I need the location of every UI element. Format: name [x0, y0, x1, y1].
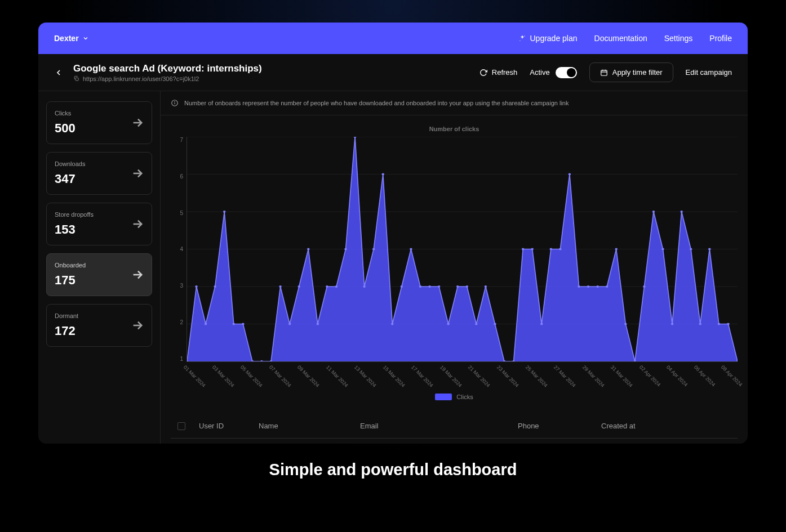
table-row[interactable]: 310 Mia Anderson mia.anderson@gmail.com … — [171, 439, 738, 444]
svg-point-34 — [297, 285, 300, 288]
svg-rect-3 — [601, 70, 607, 75]
plot-region — [186, 137, 738, 362]
x-tick: 15 Mar 2024 — [382, 364, 406, 388]
chevron-down-icon — [82, 35, 89, 42]
svg-point-33 — [288, 323, 291, 325]
svg-point-42 — [372, 248, 375, 251]
brand-dropdown[interactable]: Dexter — [54, 34, 89, 43]
apply-time-filter-button[interactable]: Apply time filter — [589, 62, 673, 82]
sparkle-icon — [518, 34, 526, 42]
svg-point-58 — [522, 248, 524, 251]
svg-point-60 — [540, 323, 543, 325]
stat-label: Onboarded — [55, 262, 144, 269]
edit-campaign-link[interactable]: Edit campaign — [686, 68, 732, 77]
select-all-checkbox[interactable] — [177, 422, 185, 430]
svg-point-53 — [475, 323, 477, 325]
y-tick: 4 — [180, 246, 183, 252]
chart-svg — [187, 137, 738, 361]
chart-legend: Clicks — [171, 394, 738, 400]
refresh-icon — [479, 69, 487, 77]
refresh-label: Refresh — [492, 68, 518, 77]
arrow-right-icon — [131, 167, 144, 180]
svg-point-38 — [335, 285, 338, 288]
profile-link[interactable]: Profile — [709, 34, 732, 43]
svg-point-45 — [401, 285, 403, 288]
copy-icon — [73, 75, 79, 82]
stat-value: 175 — [55, 273, 144, 288]
stats-sidebar: Clicks 500 Downloads 347 Store dropoffs … — [38, 91, 160, 444]
stat-value: 347 — [55, 172, 144, 186]
svg-point-66 — [596, 285, 598, 288]
svg-point-76 — [690, 248, 692, 251]
stat-label: Clicks — [55, 110, 144, 117]
refresh-button[interactable]: Refresh — [479, 68, 518, 77]
x-tick: 29 Mar 2024 — [581, 364, 606, 388]
stat-card-dormant[interactable]: Dormant 172 — [46, 304, 152, 347]
x-tick: 08 Apr 2024 — [720, 364, 743, 387]
svg-point-47 — [419, 285, 421, 288]
svg-point-32 — [279, 285, 281, 288]
x-tick: 17 Mar 2024 — [410, 364, 434, 388]
svg-point-24 — [205, 323, 207, 325]
th-user-id: User ID — [199, 422, 259, 430]
svg-point-71 — [643, 285, 645, 288]
stat-label: Dormant — [55, 312, 144, 319]
url-line[interactable]: https://app.linkrunner.io/user/306?c=j0k… — [73, 75, 469, 82]
stat-card-clicks[interactable]: Clicks 500 — [46, 101, 152, 144]
svg-point-41 — [363, 285, 365, 288]
main-content: Number of onboards represent the number … — [160, 91, 748, 444]
svg-point-67 — [606, 285, 608, 288]
stat-card-store-dropoffs[interactable]: Store dropoffs 153 — [46, 203, 152, 245]
active-toggle[interactable] — [556, 67, 577, 78]
x-tick: 19 Mar 2024 — [439, 364, 463, 388]
svg-point-51 — [456, 285, 459, 288]
arrow-right-icon — [131, 117, 144, 129]
svg-point-46 — [410, 248, 412, 251]
marketing-caption: Simple and powerful dashboard — [38, 461, 748, 479]
svg-point-23 — [195, 285, 197, 288]
settings-link[interactable]: Settings — [664, 34, 693, 43]
svg-point-69 — [624, 323, 627, 325]
info-banner-text: Number of onboards represent the number … — [184, 100, 569, 106]
stat-label: Downloads — [55, 160, 144, 167]
svg-point-26 — [223, 211, 225, 213]
upgrade-plan-label: Upgrade plan — [530, 34, 577, 43]
svg-point-73 — [661, 248, 664, 251]
info-icon — [171, 99, 179, 107]
svg-point-61 — [550, 248, 552, 251]
svg-point-62 — [559, 248, 561, 251]
x-tick: 23 Mar 2024 — [496, 364, 520, 388]
x-tick: 21 Mar 2024 — [467, 364, 491, 388]
svg-point-75 — [680, 211, 682, 213]
upgrade-plan-link[interactable]: Upgrade plan — [518, 34, 577, 43]
chart-area: Number of clicks 7654321 01 Mar 202403 M… — [161, 115, 748, 410]
arrow-right-icon — [131, 269, 144, 281]
svg-point-0 — [525, 35, 525, 36]
legend-label: Clicks — [456, 394, 473, 400]
documentation-link[interactable]: Documentation — [594, 34, 647, 43]
x-tick: 03 Mar 2024 — [211, 364, 235, 388]
stat-card-onboarded[interactable]: Onboarded 175 — [46, 253, 152, 296]
x-tick: 01 Mar 2024 — [183, 364, 207, 388]
back-button[interactable] — [54, 68, 63, 77]
y-axis: 7654321 — [171, 137, 186, 362]
svg-point-77 — [699, 323, 701, 325]
svg-point-64 — [578, 285, 580, 288]
svg-point-59 — [531, 248, 533, 251]
svg-point-44 — [391, 323, 393, 325]
svg-point-48 — [428, 285, 430, 288]
svg-point-65 — [587, 285, 589, 288]
users-table: User ID Name Email Phone Created at 310 … — [171, 414, 738, 444]
x-tick: 05 Mar 2024 — [239, 364, 264, 388]
chevron-left-icon — [54, 68, 63, 77]
arrow-right-icon — [131, 319, 144, 332]
page-header: Google search Ad (Keyword: internships) … — [38, 54, 748, 91]
topbar: Dexter Upgrade plan Documentation Settin… — [38, 23, 748, 54]
y-tick: 2 — [180, 319, 183, 325]
stat-value: 500 — [55, 121, 144, 136]
stat-card-downloads[interactable]: Downloads 347 — [46, 152, 152, 195]
x-tick: 09 Mar 2024 — [296, 364, 321, 388]
svg-point-52 — [466, 285, 468, 288]
svg-point-43 — [382, 173, 384, 176]
svg-point-74 — [671, 323, 673, 325]
